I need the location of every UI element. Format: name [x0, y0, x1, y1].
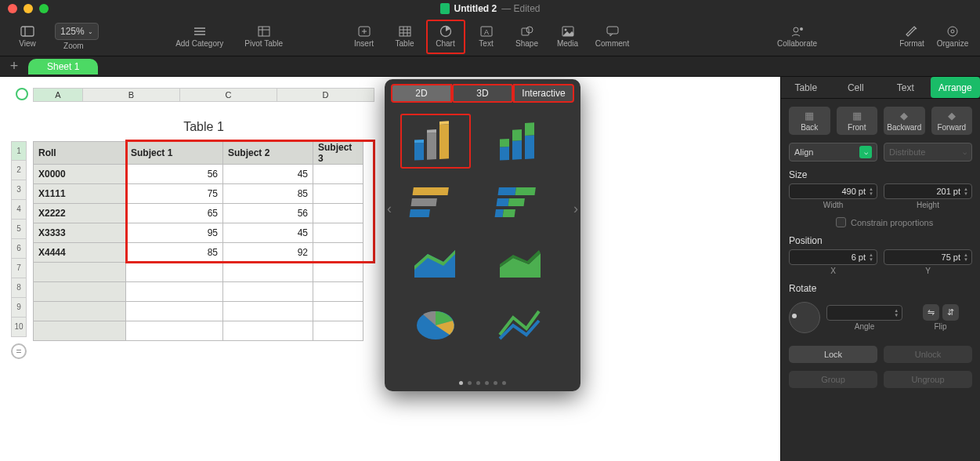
add-category-button[interactable]: Add Category	[165, 20, 235, 54]
inspector-tab-text[interactable]: Text	[881, 77, 931, 98]
row-header-5[interactable]: 5	[11, 220, 27, 239]
close-window-button[interactable]	[8, 4, 17, 13]
width-field[interactable]: 490 pt▲▼	[789, 183, 877, 199]
stepper-icon[interactable]: ▲▼	[964, 252, 968, 262]
row-header-6[interactable]: 6	[11, 239, 27, 259]
header-subject2[interactable]: Subject 2	[223, 142, 313, 165]
cell[interactable]	[313, 302, 363, 321]
page-dot[interactable]	[459, 381, 463, 385]
table-title[interactable]: Table 1	[33, 120, 374, 134]
header-subject3[interactable]: Subject 3	[313, 142, 363, 165]
table-button[interactable]: Table	[385, 20, 425, 54]
distribute-select[interactable]: Distribute⌵	[884, 143, 972, 162]
cell[interactable]	[223, 302, 313, 321]
chart-thumb-3d-bar[interactable]	[400, 175, 471, 230]
minimize-window-button[interactable]	[24, 4, 33, 13]
height-field[interactable]: 201 pt▲▼	[884, 183, 972, 199]
inspector-tab-table[interactable]: Table	[781, 77, 831, 98]
cell[interactable]	[223, 321, 313, 341]
move-forward-button[interactable]: ◆Forward	[931, 107, 973, 135]
chart-thumb-3d-stacked-column[interactable]	[486, 114, 556, 169]
group-button[interactable]: Group	[789, 371, 877, 388]
chart-thumb-3d-stacked-area[interactable]	[486, 236, 556, 291]
zoom-select[interactable]: 125% ⌄	[55, 23, 99, 40]
column-header-c[interactable]: C	[180, 88, 277, 102]
cell[interactable]	[313, 184, 363, 204]
comment-button[interactable]: Comment	[589, 20, 636, 54]
cell-roll[interactable]: X1111	[34, 184, 126, 204]
cell[interactable]	[313, 321, 363, 341]
stepper-icon[interactable]: ▲▼	[894, 308, 899, 318]
cell-roll[interactable]: X3333	[34, 223, 126, 243]
cell[interactable]	[34, 321, 126, 341]
cell[interactable]	[313, 223, 363, 243]
formula-button[interactable]: =	[11, 343, 27, 359]
spreadsheet-canvas[interactable]: A B C D 1 2 3 4 5 6 7 8 9 10 = Table 1 R…	[0, 77, 780, 461]
constrain-checkbox[interactable]	[836, 217, 846, 227]
cell[interactable]	[126, 263, 223, 282]
cell[interactable]: 45	[223, 223, 313, 243]
move-back-button[interactable]: ▦Back	[789, 107, 830, 135]
stepper-icon[interactable]: ▲▼	[869, 252, 873, 262]
chart-thumb-3d-stacked-bar[interactable]	[486, 175, 556, 230]
column-header-a[interactable]: A	[33, 88, 83, 102]
move-front-button[interactable]: ▦Front	[837, 107, 878, 135]
page-dot[interactable]	[485, 381, 489, 385]
cell[interactable]	[223, 282, 313, 302]
cell[interactable]: 45	[223, 165, 313, 184]
inspector-tab-arrange[interactable]: Arrange	[931, 77, 981, 98]
cell[interactable]	[34, 282, 126, 302]
cell[interactable]: 56	[223, 204, 313, 223]
chart-button[interactable]: Chart	[426, 20, 465, 54]
stepper-icon[interactable]: ▲▼	[869, 187, 873, 196]
chart-thumb-3d-column[interactable]	[400, 114, 471, 169]
flip-v-button[interactable]: ⇵	[942, 304, 959, 321]
x-field[interactable]: 6 pt▲▼	[789, 249, 877, 265]
lock-button[interactable]: Lock	[789, 346, 877, 363]
cell[interactable]	[313, 263, 363, 282]
cell-roll[interactable]: X2222	[34, 204, 126, 223]
add-sheet-button[interactable]: +	[6, 58, 22, 74]
align-select[interactable]: Align⌵	[789, 143, 877, 162]
cell-roll[interactable]: X4444	[34, 243, 126, 263]
cell[interactable]	[313, 282, 363, 302]
flip-h-button[interactable]: ⇋	[923, 304, 939, 321]
move-backward-button[interactable]: ◆Backward	[884, 107, 925, 135]
cell-roll[interactable]: X0000	[34, 165, 126, 184]
cell[interactable]	[313, 165, 363, 184]
cell[interactable]	[34, 263, 126, 282]
cell[interactable]: 85	[126, 243, 223, 263]
fullscreen-window-button[interactable]	[39, 4, 49, 13]
format-button[interactable]: Format	[892, 20, 931, 54]
pivot-table-button[interactable]: Pivot Table	[237, 20, 291, 54]
cell[interactable]: 56	[126, 165, 223, 184]
sheet-tab-1[interactable]: Sheet 1	[28, 59, 98, 74]
chart-thumb-3d-pie[interactable]	[400, 297, 471, 352]
organize-button[interactable]: Organize	[933, 20, 972, 54]
column-header-d[interactable]: D	[277, 88, 374, 102]
media-button[interactable]: Media	[548, 20, 588, 54]
row-header-4[interactable]: 4	[11, 200, 27, 220]
cell[interactable]	[126, 321, 223, 341]
cell[interactable]	[313, 243, 363, 263]
page-dot[interactable]	[502, 381, 506, 385]
table-select-handle[interactable]	[16, 88, 28, 100]
unlock-button[interactable]: Unlock	[884, 346, 972, 363]
cell[interactable]: 85	[223, 184, 313, 204]
angle-field[interactable]: ▲▼	[826, 305, 902, 321]
collaborate-button[interactable]: Collaborate	[768, 20, 826, 54]
row-header-2[interactable]: 2	[11, 161, 27, 180]
chart-thumb-3d-area[interactable]	[400, 236, 471, 291]
page-dot[interactable]	[476, 381, 480, 385]
cell[interactable]: 65	[126, 204, 223, 223]
inspector-tab-cell[interactable]: Cell	[831, 77, 881, 98]
text-button[interactable]: A Text	[467, 20, 506, 54]
cell[interactable]	[34, 302, 126, 321]
next-page-arrow[interactable]: ›	[573, 201, 578, 217]
cell[interactable]	[126, 302, 223, 321]
insert-button[interactable]: Insert	[345, 20, 384, 54]
rotate-dial[interactable]	[789, 302, 820, 333]
header-roll[interactable]: Roll	[34, 142, 126, 165]
page-dot[interactable]	[468, 381, 472, 385]
cell[interactable]: 92	[223, 243, 313, 263]
